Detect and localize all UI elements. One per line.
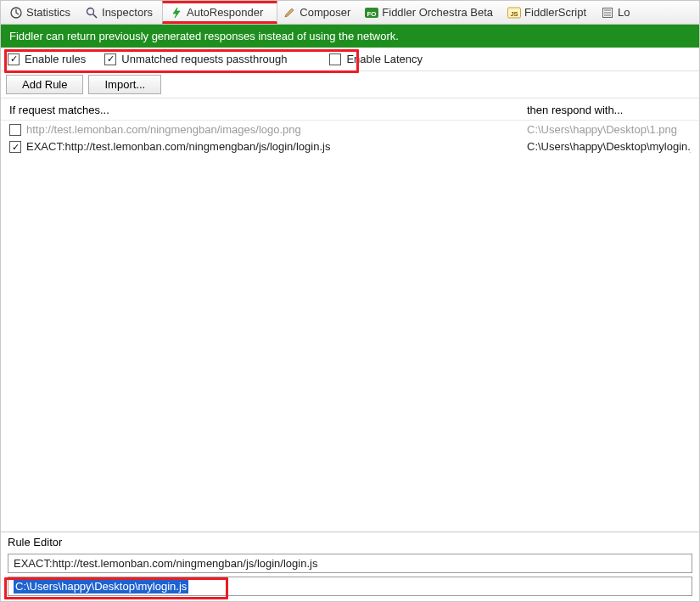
magnifier-icon (85, 6, 98, 20)
checkbox-icon (8, 53, 20, 65)
option-label: Enable rules (25, 53, 86, 65)
tab-label: AutoResponder (187, 6, 263, 19)
svg-point-1 (87, 8, 94, 14)
option-label: Unmatched requests passthrough (121, 53, 287, 65)
script-icon: JS (507, 6, 521, 20)
rule-editor-title: Rule Editor (8, 536, 692, 549)
rule-resp: C:\Users\happy\Desktop\mylogin.js (527, 139, 691, 155)
checkbox-icon (329, 53, 341, 65)
checkbox-icon (104, 53, 116, 65)
tab-label: FiddlerScript (524, 6, 586, 19)
tab-orchestra[interactable]: FO Fiddler Orchestra Beta (360, 1, 502, 24)
column-header-resp[interactable]: then respond with... (527, 104, 691, 116)
rules-list[interactable]: http://test.lemonban.com/ningmengban/ima… (1, 121, 699, 532)
app-root: Statistics Inspectors AutoResponder Comp… (0, 0, 700, 602)
passthrough-checkbox[interactable]: Unmatched requests passthrough (104, 53, 287, 65)
svg-line-2 (93, 14, 98, 18)
column-header-match[interactable]: If request matches... (9, 104, 527, 116)
rule-editor-resp-input[interactable]: C:\Users\happy\Desktop\mylogin.js (8, 577, 692, 596)
tab-label: Inspectors (102, 6, 153, 19)
tab-statistics[interactable]: Statistics (4, 1, 80, 24)
rule-row[interactable]: http://test.lemonban.com/ningmengban/ima… (9, 122, 691, 138)
import-button[interactable]: Import... (88, 75, 161, 94)
rule-editor: Rule Editor EXACT:http://test.lemonban.c… (1, 532, 699, 601)
tab-label: Composer (300, 6, 350, 19)
log-icon (601, 6, 614, 20)
rule-checkbox[interactable] (9, 141, 21, 153)
lightning-icon (170, 6, 183, 20)
rule-checkbox[interactable] (9, 124, 21, 136)
rules-list-header: If request matches... then respond with.… (1, 98, 699, 121)
tab-composer[interactable]: Composer (277, 1, 360, 24)
rule-match: EXACT:http://test.lemonban.com/ningmengb… (26, 139, 527, 155)
hint-bar: Fiddler can return previously generated … (1, 25, 699, 48)
svg-text:FO: FO (367, 9, 377, 17)
svg-text:JS: JS (511, 9, 518, 17)
enable-rules-checkbox[interactable]: Enable rules (8, 53, 86, 65)
tab-inspectors[interactable]: Inspectors (80, 1, 162, 24)
rule-editor-match-value: EXACT:http://test.lemonban.com/ningmengb… (14, 557, 317, 570)
pencil-icon (283, 6, 296, 20)
enable-latency-checkbox[interactable]: Enable Latency (329, 53, 423, 65)
rule-editor-match-input[interactable]: EXACT:http://test.lemonban.com/ningmengb… (8, 554, 692, 573)
fo-icon: FO (365, 6, 378, 20)
tab-label: Lo (618, 6, 630, 19)
tab-log[interactable]: Lo (596, 1, 639, 24)
rule-editor-resp-value: C:\Users\happy\Desktop\mylogin.js (14, 579, 188, 594)
tab-label: Fiddler Orchestra Beta (382, 6, 493, 19)
options-row: Enable rules Unmatched requests passthro… (1, 48, 699, 71)
button-row: Add Rule Import... (1, 71, 699, 98)
tab-strip: Statistics Inspectors AutoResponder Comp… (1, 1, 699, 25)
rule-row[interactable]: EXACT:http://test.lemonban.com/ningmengb… (9, 139, 691, 155)
option-label: Enable Latency (346, 53, 423, 65)
hint-text: Fiddler can return previously generated … (9, 30, 399, 42)
rule-resp: C:\Users\happy\Desktop\1.png (527, 122, 691, 138)
tab-autoresponder[interactable]: AutoResponder (162, 1, 277, 24)
add-rule-button[interactable]: Add Rule (6, 75, 83, 94)
rule-match: http://test.lemonban.com/ningmengban/ima… (26, 122, 527, 138)
tab-label: Statistics (26, 6, 70, 19)
tab-fiddlerscript[interactable]: JS FiddlerScript (502, 1, 596, 24)
clock-icon (9, 6, 23, 20)
